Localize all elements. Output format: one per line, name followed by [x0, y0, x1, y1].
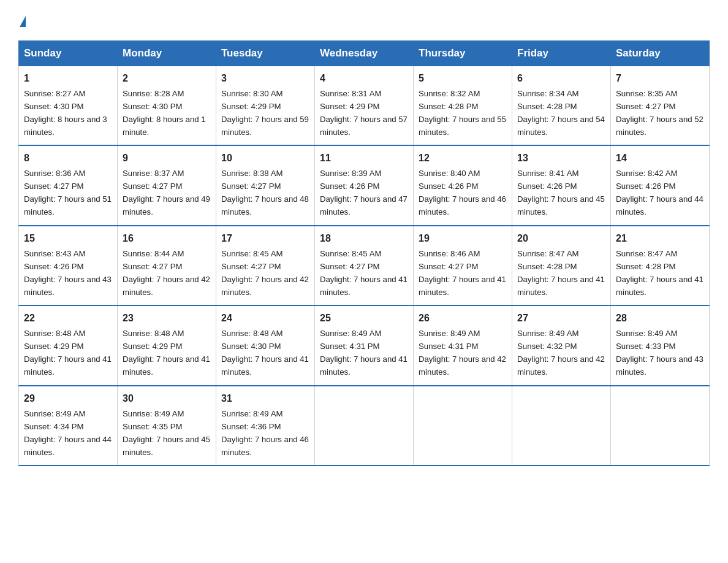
day-info: Sunrise: 8:43 AMSunset: 4:26 PMDaylight:…: [24, 249, 112, 297]
day-info: Sunrise: 8:31 AMSunset: 4:29 PMDaylight:…: [320, 89, 408, 137]
day-number: 5: [419, 71, 507, 86]
day-number: 16: [123, 231, 211, 247]
weekday-header-thursday: Thursday: [414, 41, 512, 66]
day-info: Sunrise: 8:47 AMSunset: 4:28 PMDaylight:…: [616, 249, 703, 297]
calendar-week-row: 29Sunrise: 8:49 AMSunset: 4:34 PMDayligh…: [19, 386, 710, 465]
calendar-day-cell: 30Sunrise: 8:49 AMSunset: 4:35 PMDayligh…: [118, 386, 216, 465]
day-info: Sunrise: 8:45 AMSunset: 4:27 PMDaylight:…: [221, 249, 309, 297]
day-info: Sunrise: 8:35 AMSunset: 4:27 PMDaylight:…: [616, 89, 703, 137]
calendar-table: SundayMondayTuesdayWednesdayThursdayFrid…: [18, 40, 710, 466]
day-info: Sunrise: 8:49 AMSunset: 4:35 PMDaylight:…: [123, 409, 210, 457]
day-number: 11: [320, 151, 408, 166]
calendar-day-cell: 10Sunrise: 8:38 AMSunset: 4:27 PMDayligh…: [216, 145, 315, 225]
day-info: Sunrise: 8:41 AMSunset: 4:26 PMDaylight:…: [517, 169, 605, 216]
day-number: 25: [320, 311, 408, 326]
day-info: Sunrise: 8:49 AMSunset: 4:33 PMDaylight:…: [616, 329, 703, 377]
day-info: Sunrise: 8:39 AMSunset: 4:26 PMDaylight:…: [320, 169, 408, 216]
day-info: Sunrise: 8:34 AMSunset: 4:28 PMDaylight:…: [517, 89, 605, 137]
calendar-day-cell: 7Sunrise: 8:35 AMSunset: 4:27 PMDaylight…: [611, 66, 710, 146]
day-number: 9: [123, 151, 211, 166]
day-info: Sunrise: 8:27 AMSunset: 4:30 PMDaylight:…: [24, 89, 107, 137]
calendar-day-cell: 1Sunrise: 8:27 AMSunset: 4:30 PMDaylight…: [19, 66, 118, 146]
day-number: 7: [616, 71, 704, 86]
day-number: 18: [320, 231, 408, 247]
weekday-header-friday: Friday: [512, 41, 611, 66]
day-number: 4: [320, 71, 408, 86]
day-number: 10: [221, 151, 309, 166]
calendar-day-cell: 2Sunrise: 8:28 AMSunset: 4:30 PMDaylight…: [118, 66, 216, 146]
logo: [18, 18, 26, 29]
calendar-day-cell: 29Sunrise: 8:49 AMSunset: 4:34 PMDayligh…: [19, 386, 118, 465]
calendar-day-cell: 11Sunrise: 8:39 AMSunset: 4:26 PMDayligh…: [315, 145, 414, 225]
day-info: Sunrise: 8:48 AMSunset: 4:29 PMDaylight:…: [123, 329, 210, 377]
calendar-day-cell: 20Sunrise: 8:47 AMSunset: 4:28 PMDayligh…: [512, 226, 611, 305]
calendar-day-cell: 22Sunrise: 8:48 AMSunset: 4:29 PMDayligh…: [19, 305, 118, 385]
day-number: 28: [616, 311, 704, 326]
calendar-week-row: 8Sunrise: 8:36 AMSunset: 4:27 PMDaylight…: [19, 145, 710, 225]
day-info: Sunrise: 8:37 AMSunset: 4:27 PMDaylight:…: [123, 169, 210, 216]
calendar-day-cell: 14Sunrise: 8:42 AMSunset: 4:26 PMDayligh…: [611, 145, 710, 225]
calendar-day-cell: 28Sunrise: 8:49 AMSunset: 4:33 PMDayligh…: [611, 305, 710, 385]
calendar-day-cell: 3Sunrise: 8:30 AMSunset: 4:29 PMDaylight…: [216, 66, 315, 146]
calendar-day-cell: 24Sunrise: 8:48 AMSunset: 4:30 PMDayligh…: [216, 305, 315, 385]
day-number: 27: [517, 311, 605, 326]
calendar-day-cell: 31Sunrise: 8:49 AMSunset: 4:36 PMDayligh…: [216, 386, 315, 465]
day-number: 30: [123, 391, 211, 407]
day-info: Sunrise: 8:45 AMSunset: 4:27 PMDaylight:…: [320, 249, 408, 297]
day-info: Sunrise: 8:30 AMSunset: 4:29 PMDaylight:…: [221, 89, 309, 137]
calendar-day-cell: 13Sunrise: 8:41 AMSunset: 4:26 PMDayligh…: [512, 145, 611, 225]
logo-triangle-icon: [20, 16, 26, 27]
day-info: Sunrise: 8:47 AMSunset: 4:28 PMDaylight:…: [517, 249, 605, 297]
calendar-week-row: 22Sunrise: 8:48 AMSunset: 4:29 PMDayligh…: [19, 305, 710, 385]
day-info: Sunrise: 8:28 AMSunset: 4:30 PMDaylight:…: [123, 89, 206, 137]
calendar-day-cell: 23Sunrise: 8:48 AMSunset: 4:29 PMDayligh…: [118, 305, 216, 385]
weekday-header-monday: Monday: [118, 41, 216, 66]
calendar-day-cell: 17Sunrise: 8:45 AMSunset: 4:27 PMDayligh…: [216, 226, 315, 305]
day-number: 1: [24, 71, 112, 86]
calendar-day-cell: 15Sunrise: 8:43 AMSunset: 4:26 PMDayligh…: [19, 226, 118, 305]
calendar-day-cell: 4Sunrise: 8:31 AMSunset: 4:29 PMDaylight…: [315, 66, 414, 146]
calendar-day-cell: 19Sunrise: 8:46 AMSunset: 4:27 PMDayligh…: [414, 226, 512, 305]
calendar-day-cell: 8Sunrise: 8:36 AMSunset: 4:27 PMDaylight…: [19, 145, 118, 225]
calendar-empty-cell: [512, 386, 611, 465]
day-info: Sunrise: 8:49 AMSunset: 4:31 PMDaylight:…: [320, 329, 408, 377]
day-number: 22: [24, 311, 112, 326]
day-info: Sunrise: 8:49 AMSunset: 4:32 PMDaylight:…: [517, 329, 605, 377]
day-number: 2: [123, 71, 211, 86]
day-info: Sunrise: 8:40 AMSunset: 4:26 PMDaylight:…: [419, 169, 506, 216]
day-number: 8: [24, 151, 112, 166]
calendar-day-cell: 26Sunrise: 8:49 AMSunset: 4:31 PMDayligh…: [414, 305, 512, 385]
day-number: 20: [517, 231, 605, 247]
calendar-day-cell: 6Sunrise: 8:34 AMSunset: 4:28 PMDaylight…: [512, 66, 611, 146]
day-number: 3: [221, 71, 309, 86]
calendar-day-cell: 9Sunrise: 8:37 AMSunset: 4:27 PMDaylight…: [118, 145, 216, 225]
day-info: Sunrise: 8:49 AMSunset: 4:34 PMDaylight:…: [24, 409, 112, 457]
day-number: 26: [419, 311, 507, 326]
calendar-day-cell: 21Sunrise: 8:47 AMSunset: 4:28 PMDayligh…: [611, 226, 710, 305]
calendar-day-cell: 27Sunrise: 8:49 AMSunset: 4:32 PMDayligh…: [512, 305, 611, 385]
day-info: Sunrise: 8:36 AMSunset: 4:27 PMDaylight:…: [24, 169, 112, 216]
day-info: Sunrise: 8:38 AMSunset: 4:27 PMDaylight:…: [221, 169, 309, 216]
weekday-header-wednesday: Wednesday: [315, 41, 414, 66]
calendar-empty-cell: [611, 386, 710, 465]
day-number: 15: [24, 231, 112, 247]
day-number: 23: [123, 311, 211, 326]
calendar-day-cell: 12Sunrise: 8:40 AMSunset: 4:26 PMDayligh…: [414, 145, 512, 225]
day-info: Sunrise: 8:46 AMSunset: 4:27 PMDaylight:…: [419, 249, 506, 297]
calendar-day-cell: 18Sunrise: 8:45 AMSunset: 4:27 PMDayligh…: [315, 226, 414, 305]
day-info: Sunrise: 8:48 AMSunset: 4:30 PMDaylight:…: [221, 329, 309, 377]
day-number: 24: [221, 311, 309, 326]
day-number: 29: [24, 391, 112, 407]
day-info: Sunrise: 8:49 AMSunset: 4:36 PMDaylight:…: [221, 409, 309, 457]
calendar-day-cell: 16Sunrise: 8:44 AMSunset: 4:27 PMDayligh…: [118, 226, 216, 305]
day-info: Sunrise: 8:42 AMSunset: 4:26 PMDaylight:…: [616, 169, 703, 216]
calendar-week-row: 15Sunrise: 8:43 AMSunset: 4:26 PMDayligh…: [19, 226, 710, 305]
day-info: Sunrise: 8:48 AMSunset: 4:29 PMDaylight:…: [24, 329, 112, 377]
page-header: [18, 12, 710, 29]
day-number: 6: [517, 71, 605, 86]
day-number: 12: [419, 151, 507, 166]
day-number: 21: [616, 231, 704, 247]
day-info: Sunrise: 8:49 AMSunset: 4:31 PMDaylight:…: [419, 329, 506, 377]
day-info: Sunrise: 8:44 AMSunset: 4:27 PMDaylight:…: [123, 249, 210, 297]
day-number: 13: [517, 151, 605, 166]
